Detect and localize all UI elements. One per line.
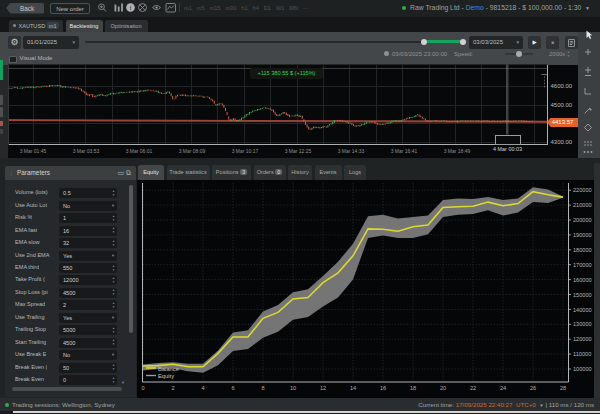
svg-text:8: 8 bbox=[261, 385, 264, 391]
svg-text:130000: 130000 bbox=[573, 321, 592, 327]
svg-text:190000: 190000 bbox=[573, 232, 592, 238]
svg-text:220000: 220000 bbox=[573, 187, 592, 193]
svg-text:170000: 170000 bbox=[573, 262, 592, 268]
svg-text:26: 26 bbox=[530, 385, 536, 391]
svg-text:2: 2 bbox=[171, 385, 174, 391]
svg-text:22: 22 bbox=[470, 385, 476, 391]
svg-text:Balance: Balance bbox=[158, 366, 179, 372]
svg-text:120000: 120000 bbox=[573, 336, 592, 342]
svg-text:16: 16 bbox=[380, 385, 386, 391]
svg-text:150000: 150000 bbox=[573, 292, 592, 298]
svg-text:100000: 100000 bbox=[573, 366, 592, 372]
svg-text:12: 12 bbox=[320, 385, 326, 391]
svg-text:6: 6 bbox=[231, 385, 234, 391]
svg-text:160000: 160000 bbox=[573, 277, 592, 283]
svg-text:4: 4 bbox=[201, 385, 204, 391]
svg-text:200000: 200000 bbox=[573, 217, 592, 223]
svg-text:110000: 110000 bbox=[573, 351, 591, 357]
svg-text:180000: 180000 bbox=[573, 247, 592, 253]
svg-text:24: 24 bbox=[500, 385, 506, 391]
svg-text:14: 14 bbox=[350, 385, 356, 391]
svg-text:0: 0 bbox=[141, 385, 144, 391]
svg-text:140000: 140000 bbox=[573, 307, 592, 313]
svg-text:28: 28 bbox=[560, 385, 566, 391]
svg-text:10: 10 bbox=[290, 385, 296, 391]
svg-text:20: 20 bbox=[440, 385, 446, 391]
svg-text:18: 18 bbox=[410, 385, 416, 391]
svg-text:Equity: Equity bbox=[158, 373, 174, 379]
svg-text:210000: 210000 bbox=[573, 202, 592, 208]
